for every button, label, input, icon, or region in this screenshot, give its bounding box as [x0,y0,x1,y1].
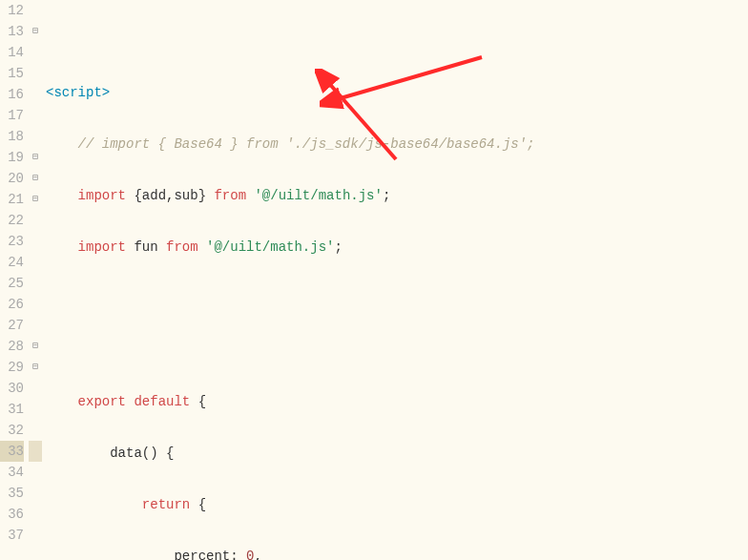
fold-marker[interactable] [29,210,42,231]
brace: { [190,497,206,512]
fold-marker[interactable] [29,63,42,84]
tag-name: script [53,85,101,100]
semicolon: ; [334,239,342,255]
line-number: 35 [0,483,24,504]
fold-marker[interactable]: ⊟ [29,189,42,210]
fold-marker[interactable]: ⊟ [29,336,42,357]
fold-marker[interactable] [29,462,42,483]
line-number: 26 [0,294,24,315]
fold-marker[interactable]: ⊟ [29,168,42,189]
code-line[interactable]: percent: 0, [46,546,748,560]
code-line[interactable]: import {add,sub} from '@/uilt/math.js'; [46,185,748,206]
line-number-gutter: 12 13 14 15 16 17 18 19 20 21 22 23 24 2… [0,0,29,560]
keyword-default: default [126,394,198,409]
code-line[interactable]: data() { [46,443,748,464]
method-name: data [110,446,142,461]
string-literal: '@/uilt/math.js' [198,239,335,255]
fold-marker[interactable] [29,105,42,126]
fold-marker[interactable] [29,483,42,504]
line-number: 17 [0,105,24,126]
fold-marker[interactable] [29,126,42,147]
line-number: 18 [0,126,24,147]
line-number: 31 [0,399,24,420]
keyword-import: import [78,239,126,255]
colon: : [230,549,246,560]
fold-marker[interactable] [29,42,42,63]
code-line[interactable]: return { [46,494,748,515]
code-area[interactable]: <script> // import { Base64 } from './js… [42,0,748,560]
fold-marker[interactable] [29,231,42,252]
brace: { [198,394,206,409]
fold-marker[interactable] [29,273,42,294]
fold-marker[interactable] [29,0,42,21]
keyword-return: return [142,497,190,512]
line-number: 13 [0,21,24,42]
line-number: 30 [0,378,24,399]
code-line[interactable]: export default { [46,391,748,412]
fold-marker[interactable] [29,294,42,315]
line-number: 16 [0,84,24,105]
line-number: 36 [0,504,24,525]
line-number: 23 [0,231,24,252]
import-names: {add,sub} [126,188,214,203]
line-number: 27 [0,315,24,336]
code-line[interactable]: import fun from '@/uilt/math.js'; [46,237,748,258]
tag-close: > [102,85,110,100]
code-editor[interactable]: 12 13 14 15 16 17 18 19 20 21 22 23 24 2… [0,0,748,560]
keyword-from: from [214,188,246,203]
fold-marker[interactable] [29,252,42,273]
keyword-export: export [78,394,126,409]
fold-marker[interactable] [29,399,42,420]
line-number: 19 [0,147,24,168]
line-number: 29 [0,357,24,378]
property-key: percent [174,549,230,560]
line-number: 34 [0,462,24,483]
comment: // import { Base64 } from './js_sdk/js-b… [78,136,535,152]
code-line[interactable] [46,31,748,52]
code-line[interactable] [46,288,748,309]
parens: () { [142,446,175,461]
line-number: 28 [0,336,24,357]
comma: , [254,549,261,560]
line-number: 22 [0,210,24,231]
fold-marker[interactable] [29,504,42,525]
fold-marker[interactable] [29,420,42,441]
line-number: 14 [0,42,24,63]
line-number: 33 [0,441,24,462]
fold-marker[interactable]: ⊟ [29,357,42,378]
code-line[interactable]: // import { Base64 } from './js_sdk/js-b… [46,134,748,155]
fold-gutter: ⊟ ⊟ ⊟ ⊟ ⊟ ⊟ [29,0,42,560]
fold-marker[interactable] [29,441,42,462]
line-number: 32 [0,420,24,441]
line-number: 25 [0,273,24,294]
fold-marker[interactable]: ⊟ [29,147,42,168]
line-number: 37 [0,525,24,546]
keyword-from: from [166,239,198,255]
line-number: 20 [0,168,24,189]
keyword-import: import [78,188,126,203]
import-names: fun [126,239,166,255]
fold-marker[interactable] [29,378,42,399]
line-number: 21 [0,189,24,210]
fold-marker[interactable] [29,84,42,105]
line-number: 24 [0,252,24,273]
string-literal: '@/uilt/math.js' [246,188,383,203]
code-line[interactable]: <script> [46,82,748,103]
fold-marker[interactable] [29,315,42,336]
semicolon: ; [383,188,390,203]
line-number: 15 [0,63,24,84]
fold-marker[interactable] [29,525,42,546]
fold-marker[interactable]: ⊟ [29,21,42,42]
code-line[interactable] [46,340,748,361]
line-number: 12 [0,0,24,21]
